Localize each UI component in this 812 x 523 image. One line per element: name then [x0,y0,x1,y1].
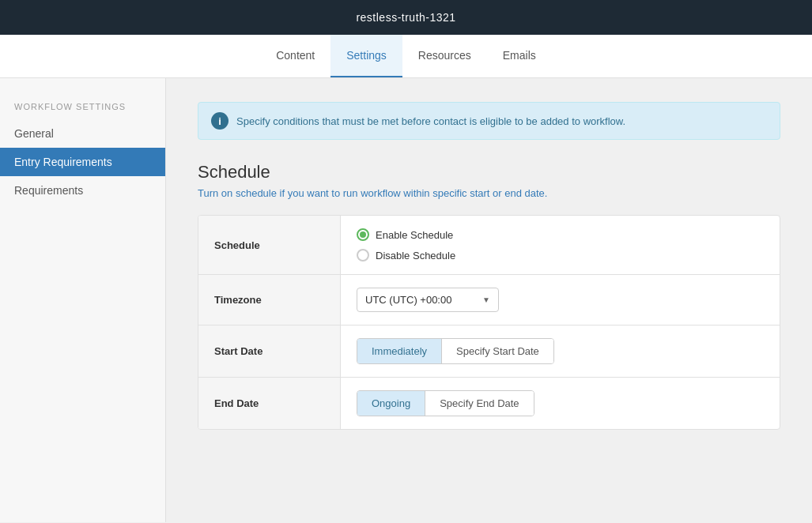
schedule-title: Schedule [198,162,780,182]
app-title: restless-truth-1321 [356,11,455,24]
timezone-label: Timezone [198,275,341,325]
disable-schedule-radio[interactable] [357,249,369,262]
end-date-row: End Date Ongoing Specify End Date [198,378,780,429]
info-icon: i [211,112,228,130]
disable-schedule-option[interactable]: Disable Schedule [357,249,764,262]
ongoing-button[interactable]: Ongoing [357,391,425,416]
end-date-btn-group: Ongoing Specify End Date [357,390,534,416]
schedule-subtitle: Turn on schedule if you want to run work… [198,187,780,199]
main-content: i Specify conditions that must be met be… [166,78,812,522]
sidebar-item-entry-requirements[interactable]: Entry Requirements [0,148,165,176]
timezone-selected: UTC (UTC) +00:00 [365,294,451,306]
sidebar-section-label: WORKFLOW SETTINGS [0,102,165,119]
sidebar-item-general[interactable]: General [0,119,165,148]
disable-schedule-label: Disable Schedule [376,250,455,262]
nav-bar: Content Settings Resources Emails [0,35,812,78]
page-layout: WORKFLOW SETTINGS General Entry Requirem… [0,78,812,522]
nav-emails[interactable]: Emails [487,35,552,77]
timezone-row: Timezone UTC (UTC) +00:00 ▼ [198,275,780,325]
sidebar-item-requirements[interactable]: Requirements [0,176,165,205]
schedule-row: Schedule Enable Schedule Disable Schedul… [198,216,780,275]
settings-table: Schedule Enable Schedule Disable Schedul… [198,215,780,430]
end-date-value: Ongoing Specify End Date [341,378,780,429]
info-banner-text: Specify conditions that must be met befo… [236,115,625,127]
start-date-value: Immediately Specify Start Date [341,325,780,377]
start-date-row: Start Date Immediately Specify Start Dat… [198,325,780,378]
nav-content[interactable]: Content [260,35,330,77]
chevron-down-icon: ▼ [482,295,490,304]
start-date-btn-group: Immediately Specify Start Date [357,338,554,364]
schedule-label: Schedule [198,216,341,274]
end-date-label: End Date [198,378,341,429]
specify-end-date-button[interactable]: Specify End Date [425,391,533,416]
timezone-dropdown[interactable]: UTC (UTC) +00:00 ▼ [357,288,499,312]
enable-schedule-option[interactable]: Enable Schedule [357,228,764,241]
info-banner: i Specify conditions that must be met be… [198,102,780,140]
top-bar: restless-truth-1321 [0,0,812,35]
enable-schedule-label: Enable Schedule [376,229,453,241]
nav-resources[interactable]: Resources [402,35,487,77]
specify-start-date-button[interactable]: Specify Start Date [442,339,553,363]
start-date-label: Start Date [198,325,341,377]
immediately-button[interactable]: Immediately [357,339,442,363]
timezone-value: UTC (UTC) +00:00 ▼ [341,275,780,325]
schedule-value: Enable Schedule Disable Schedule [341,216,780,274]
enable-schedule-radio[interactable] [357,228,369,241]
sidebar: WORKFLOW SETTINGS General Entry Requirem… [0,78,166,522]
nav-settings[interactable]: Settings [330,35,402,77]
